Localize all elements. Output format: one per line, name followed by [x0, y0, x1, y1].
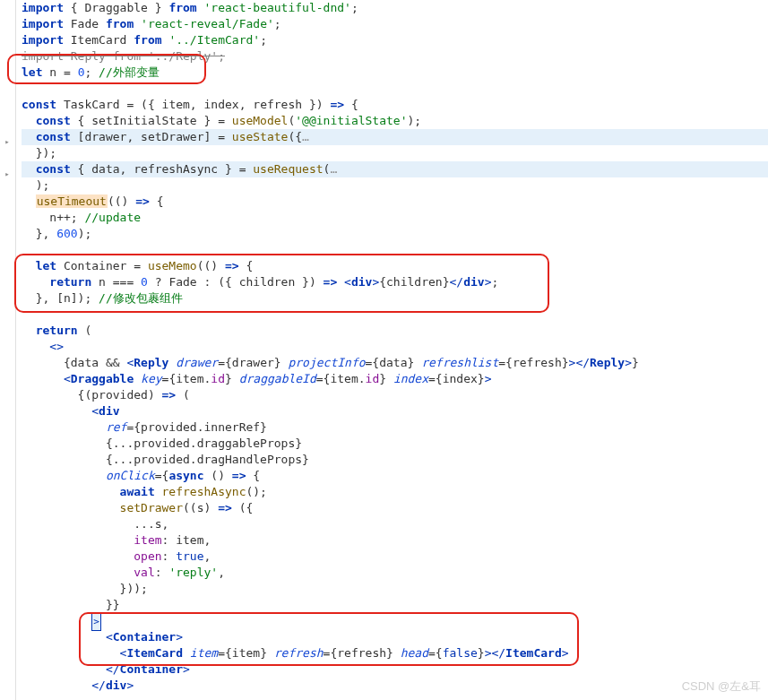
code-token: }} — [22, 598, 120, 611]
code-line[interactable] — [22, 242, 768, 258]
code-line[interactable]: }} — [22, 597, 768, 613]
code-line[interactable]: {data && <Reply drawer={drawer} projectI… — [22, 355, 768, 371]
code-token: useTimeout — [36, 194, 108, 208]
code-token — [22, 194, 36, 208]
code-line[interactable]: import ItemCard from '../ItemCard'; — [22, 32, 768, 48]
code-line[interactable]: open: true, — [22, 549, 768, 565]
code-line[interactable]: <ItemCard item={item} refresh={refresh} … — [22, 645, 768, 661]
code-token: … — [302, 130, 309, 143]
code-line[interactable]: useTimeout(() => { — [22, 194, 768, 210]
code-line[interactable]: <div — [22, 403, 768, 419]
code-token: ItemCard — [64, 33, 134, 47]
code-token: { — [246, 469, 260, 482]
code-token — [22, 646, 120, 660]
code-token: id — [211, 372, 225, 385]
code-token: { data, refreshAsync } = — [71, 162, 254, 176]
code-token: : — [155, 566, 169, 579]
code-token: </ — [491, 646, 505, 660]
code-line[interactable]: <Container> — [22, 629, 768, 645]
code-token: Reply — [590, 356, 625, 369]
code-line[interactable]: const TaskCard = ({ item, index, refresh… — [22, 97, 768, 113]
fold-icon[interactable]: ▸ — [3, 134, 12, 143]
code-token: return — [36, 324, 78, 337]
code-line[interactable]: {...provided.draggableProps} — [22, 436, 768, 452]
code-line[interactable]: item: item, — [22, 532, 768, 549]
code-line[interactable]: import { Draggable } from 'react-beautif… — [22, 0, 768, 16]
code-token: ); — [78, 227, 92, 240]
code-token: TaskCard — [64, 98, 120, 111]
code-token: </ — [575, 356, 590, 369]
code-line[interactable]: > — [22, 613, 768, 629]
code-line[interactable]: }, [n]); //修改包裹组件 — [22, 290, 768, 307]
code-line[interactable]: const { data, refreshAsync } = useReques… — [22, 161, 768, 177]
code-token: drawer — [176, 356, 218, 369]
code-line[interactable]: let n = 0; //外部变量 — [22, 65, 768, 81]
code-token: useMemo — [148, 259, 197, 272]
code-line[interactable]: <> — [22, 339, 768, 355]
code-token — [22, 340, 49, 353]
code-token: ={index} — [428, 372, 485, 385]
code-token: ; — [491, 275, 498, 289]
code-line[interactable]: </Container> — [22, 661, 768, 678]
code-token: : — [162, 549, 177, 563]
code-token: (); — [246, 485, 266, 498]
code-line[interactable]: ); — [22, 177, 768, 194]
code-editor[interactable]: import { Draggable } from 'react-beautif… — [16, 0, 768, 694]
code-token — [22, 469, 106, 482]
code-token: <> — [49, 340, 64, 353]
code-line[interactable]: ...s, — [22, 516, 768, 532]
code-line[interactable]: </div> — [22, 678, 768, 694]
code-line[interactable]: }); — [22, 145, 768, 161]
code-line[interactable]: return ( — [22, 323, 768, 339]
code-token: div — [106, 678, 126, 692]
fold-icon[interactable]: ▸ — [3, 166, 12, 175]
code-token: ={drawer} — [218, 356, 288, 369]
code-token: 'react-beautiful-dnd' — [204, 1, 351, 14]
code-token: {data && — [22, 356, 126, 369]
code-line[interactable]: val: 'reply', — [22, 565, 768, 581]
code-line[interactable]: {...provided.dragHandleProps} — [22, 452, 768, 468]
code-token: ={ — [428, 646, 443, 660]
code-token: ={data} — [366, 356, 422, 369]
code-line[interactable]: })); — [22, 581, 768, 597]
code-token: () — [204, 469, 232, 482]
code-token — [22, 324, 36, 337]
code-token: ={refresh} — [324, 646, 401, 660]
code-line[interactable]: setDrawer((s) => ({ — [22, 500, 768, 516]
code-token: => — [324, 275, 338, 289]
code-token: true — [176, 549, 203, 563]
code-line[interactable]: const [drawer, setDrawer] = useState({… — [22, 129, 768, 145]
code-line[interactable] — [22, 81, 768, 97]
code-token: => — [225, 259, 239, 272]
code-token: {(provided) — [22, 388, 162, 402]
code-token: return — [49, 275, 91, 289]
code-line[interactable]: onClick={async () => { — [22, 468, 768, 484]
code-token: > — [91, 614, 101, 627]
code-line[interactable]: ref={provided.innerRef} — [22, 419, 768, 436]
code-token: id — [366, 372, 380, 385]
code-token: > — [183, 662, 190, 676]
code-token: ; — [260, 33, 267, 47]
code-line[interactable]: const { setInitialState } = useModel('@@… — [22, 113, 768, 129]
code-token: 'reply' — [168, 566, 218, 579]
code-line[interactable]: }, 600); — [22, 226, 768, 242]
code-line[interactable]: n++; //update — [22, 210, 768, 226]
code-line[interactable]: return n === 0 ? Fade : ({ children }) =… — [22, 274, 768, 290]
code-line[interactable]: <Draggable key={item.id} draggableId={it… — [22, 371, 768, 387]
code-line[interactable]: import Reply from '../Reply'; — [22, 48, 768, 65]
code-token — [22, 162, 36, 176]
code-token: { setInitialState } = — [71, 114, 232, 127]
code-token — [56, 98, 64, 111]
code-line[interactable]: import Fade from 'react-reveal/Fade'; — [22, 16, 768, 32]
code-token: Container — [113, 630, 176, 644]
code-line[interactable]: {(provided) => ( — [22, 387, 768, 403]
code-line[interactable]: await refreshAsync(); — [22, 484, 768, 500]
code-token: => — [162, 388, 177, 402]
code-line[interactable]: let Container = useMemo(() => { — [22, 258, 768, 274]
code-token: {children} — [379, 275, 449, 289]
code-token: const — [22, 98, 56, 111]
code-token: ; — [84, 65, 99, 79]
code-token: Container — [120, 662, 183, 676]
code-token: Draggable — [71, 372, 134, 385]
code-line[interactable] — [22, 307, 768, 323]
